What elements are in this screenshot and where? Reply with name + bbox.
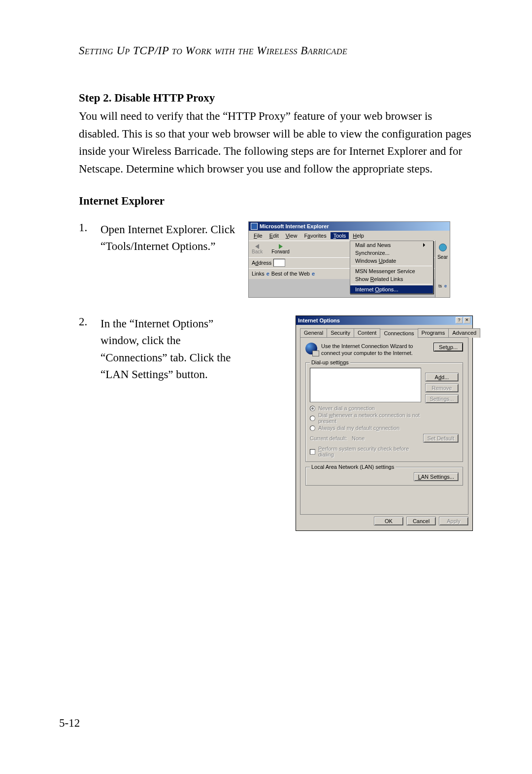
radio-icon xyxy=(310,406,315,411)
back-button[interactable]: Back xyxy=(252,244,263,254)
menu-msn-messenger[interactable]: MSN Messenger Service xyxy=(350,267,433,275)
add-label: Add... xyxy=(435,374,449,380)
chevron-right-icon xyxy=(423,243,425,247)
wizard-row: Use the Internet Connection Wizard to co… xyxy=(305,343,463,357)
ok-button[interactable]: OK xyxy=(374,517,403,526)
radio-never-label: Never dial a connection xyxy=(318,405,375,411)
tab-programs[interactable]: Programs xyxy=(418,328,449,338)
dialog-titlebar: Internet Options ? ✕ xyxy=(296,316,472,325)
menu-mail-news[interactable]: Mail and News xyxy=(350,241,433,249)
security-check-label: Perform system security check before dia… xyxy=(318,446,421,457)
radio-icon xyxy=(310,425,315,431)
radio-icon xyxy=(310,416,315,421)
close-button[interactable]: ✕ xyxy=(464,317,470,323)
add-button[interactable]: Add... xyxy=(425,373,459,382)
links-label: Links xyxy=(252,271,265,277)
tab-content[interactable]: Content xyxy=(354,328,381,338)
lan-settings-button[interactable]: LAN Settings... xyxy=(414,472,459,481)
menu-windows-update[interactable]: Windows Update xyxy=(350,257,433,265)
arrow-right-icon xyxy=(279,244,283,249)
settings-button: Settings... xyxy=(425,394,459,403)
dialup-groupbox: Dial-up settings Add... Remove Settings.… xyxy=(305,362,463,462)
radio-dial-whenever: Dial whenever a network connection is no… xyxy=(310,412,421,424)
menu-separator xyxy=(351,266,432,266)
remove-label: Remove xyxy=(432,385,452,391)
page-number: 5-12 xyxy=(59,717,80,730)
current-default-label: Current default: xyxy=(310,435,347,441)
step-text: In the “Internet Options” window, click … xyxy=(100,316,248,384)
radio-never-dial: Never dial a connection xyxy=(310,405,421,411)
radio-whenever-label: Dial whenever a network connection is no… xyxy=(318,412,421,424)
current-default-value: None xyxy=(352,435,365,441)
wizard-text: Use the Internet Connection Wizard to co… xyxy=(321,343,430,357)
tools-dropdown: Mail and News Synchronize... Windows Upd… xyxy=(350,241,433,294)
tabstrip: General Security Content Connections Pro… xyxy=(300,328,468,338)
figure-internet-options-dialog: Internet Options ? ✕ General Security Co… xyxy=(248,316,473,531)
menu-inet-opts-label: Internet Options... xyxy=(355,286,398,292)
lan-groupbox: Local Area Network (LAN) settings LAN Se… xyxy=(305,467,463,486)
menu-help[interactable]: Help xyxy=(350,232,367,239)
forward-button[interactable]: Forward xyxy=(271,244,290,254)
search-label-clipped: Sear xyxy=(437,254,448,260)
step-title: Step 2. Disable HTTP Proxy xyxy=(79,92,473,105)
intro-paragraph: You will need to verify that the “HTTP P… xyxy=(79,107,473,178)
menu-related-label: Show Related Links xyxy=(355,276,403,282)
apply-button: Apply xyxy=(439,517,468,526)
lan-settings-label: LAN Settings... xyxy=(418,474,454,480)
security-check-row: Perform system security check before dia… xyxy=(310,446,421,457)
tab-general[interactable]: General xyxy=(300,328,327,338)
running-header: Setting Up TCP/IP to Work with the Wirel… xyxy=(79,44,473,57)
dialog-button-row: OK Cancel Apply xyxy=(300,515,468,526)
current-default-row: Current default: None Set Default xyxy=(310,434,421,443)
tab-connections[interactable]: Connections xyxy=(380,329,418,338)
help-button[interactable]: ? xyxy=(456,317,463,323)
ie-right-panel: Sear ts e xyxy=(435,241,450,297)
checkbox-icon xyxy=(310,449,315,455)
browser-heading: Internet Explorer xyxy=(79,195,473,208)
menu-favorites[interactable]: Favorites xyxy=(301,232,329,239)
cancel-button[interactable]: Cancel xyxy=(406,517,436,526)
dialog-body: General Security Content Connections Pro… xyxy=(296,325,472,530)
radio-always-label: Always dial my default connection xyxy=(318,425,399,431)
links-item[interactable]: Best of the Web xyxy=(271,271,310,277)
address-input[interactable] xyxy=(273,259,285,267)
menu-view[interactable]: View xyxy=(283,232,300,239)
tab-security[interactable]: Security xyxy=(327,328,354,338)
menu-msn-label: MSN Messenger Service xyxy=(355,268,415,274)
menu-internet-options[interactable]: Internet Options... xyxy=(350,285,433,293)
ie-titlebar: Microsoft Internet Explorer xyxy=(249,222,450,231)
menu-tools[interactable]: Tools xyxy=(331,232,349,239)
address-label: Address xyxy=(252,260,271,266)
menu-windows-update-label: Windows Update xyxy=(355,258,396,264)
step-number: 2. xyxy=(79,316,100,328)
menu-edit[interactable]: Edit xyxy=(266,232,282,239)
menu-related-links[interactable]: Show Related Links xyxy=(350,275,433,283)
forward-label: Forward xyxy=(271,249,290,254)
setup-label: Setup... xyxy=(439,344,458,350)
remove-button: Remove xyxy=(425,384,459,392)
step-text: Open Internet Explorer. Click “Tools/Int… xyxy=(100,221,248,255)
tab-advanced[interactable]: Advanced xyxy=(448,328,480,338)
menu-synchronize[interactable]: Synchronize... xyxy=(350,249,433,257)
internet-options-dialog: Internet Options ? ✕ General Security Co… xyxy=(296,316,473,531)
links-ie-icon: e xyxy=(266,271,269,277)
radio-always-dial: Always dial my default connection xyxy=(310,425,421,431)
ordered-step-2: 2. In the “Internet Options” window, cli… xyxy=(79,316,473,531)
document-page: Setting Up TCP/IP to Work with the Wirel… xyxy=(0,0,532,774)
menu-mail-news-label: Mail and News xyxy=(355,242,391,248)
menu-separator-2 xyxy=(351,284,432,284)
lan-legend: Local Area Network (LAN) settings xyxy=(310,464,396,470)
running-header-text: Setting Up TCP/IP to Work with the Wirel… xyxy=(79,44,347,57)
links-trailing: ts e xyxy=(438,283,447,288)
dialog-title: Internet Options xyxy=(298,317,340,323)
settings-label: Settings... xyxy=(430,396,454,402)
arrow-left-icon xyxy=(255,244,259,249)
dialup-listbox[interactable] xyxy=(310,368,421,402)
ie-title-text: Microsoft Internet Explorer xyxy=(260,223,329,229)
ie-menubar: File Edit View Favorites Tools Help xyxy=(249,231,450,241)
set-default-label: Set Default xyxy=(428,435,454,441)
step-number: 1. xyxy=(79,221,100,234)
menu-file[interactable]: File xyxy=(251,232,266,239)
setup-button[interactable]: Setup... xyxy=(433,343,463,352)
ordered-step-1: 1. Open Internet Explorer. Click “Tools/… xyxy=(79,221,473,298)
